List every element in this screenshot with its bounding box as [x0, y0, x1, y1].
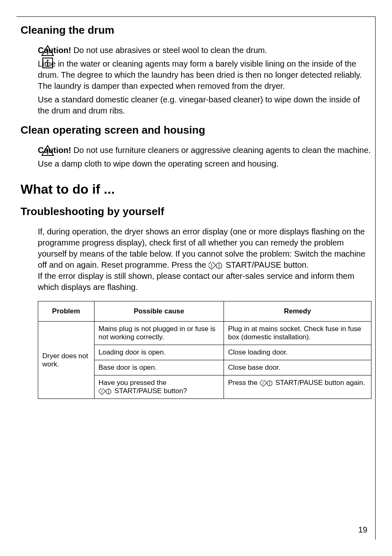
svg-point-3	[47, 60, 48, 61]
caution-text-screen: Caution! Do not use furniture cleaners o…	[38, 145, 371, 156]
warning-icon	[41, 45, 54, 56]
para-damp-cloth: Use a damp cloth to wipe down the operat…	[38, 158, 371, 169]
warning-icon	[41, 145, 54, 156]
svg-point-8	[47, 153, 48, 155]
page-number: 19	[358, 525, 367, 535]
caution-body: Do not use furniture cleaners or aggress…	[71, 146, 371, 155]
info-para-cleaner: Use a standard domestic cleaner (e.g. vi…	[38, 94, 371, 116]
info-icon	[41, 57, 54, 69]
svg-point-1	[47, 53, 48, 55]
info-para-lime: Lime in the water or cleaning agents may…	[38, 58, 371, 92]
caution-body: Do not use abrasives or steel wool to cl…	[71, 46, 267, 55]
caution-text-drum: Caution! Do not use abrasives or steel w…	[38, 45, 371, 56]
